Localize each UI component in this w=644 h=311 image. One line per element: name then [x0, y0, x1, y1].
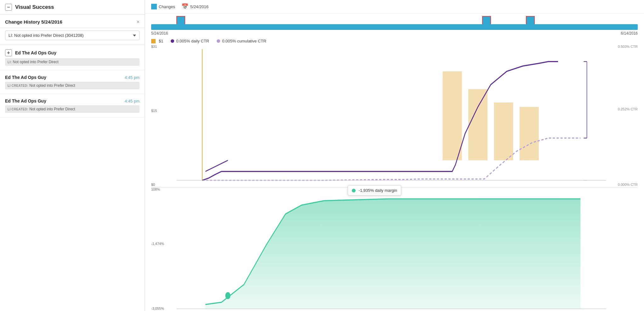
close-button[interactable]: × — [137, 19, 140, 25]
margin-chart: 108% -1,474% -3,055% — [151, 187, 638, 311]
item-user: Ed The Ad Ops Guy — [5, 98, 46, 103]
daily-ctr-label: 0.005% daily CTR — [176, 39, 209, 43]
margin-y-1474: -1,474% — [151, 242, 164, 246]
item-user: Ed The Ad Ops Guy — [5, 75, 46, 80]
item-time: 4:45 pm — [125, 75, 140, 80]
chart-area: $1 0.005% daily CTR 0.005% cumulative CT… — [145, 36, 644, 311]
action-text: Not opted into Prefer Direct — [29, 107, 75, 111]
label-key: LI: — [8, 60, 12, 64]
label-key: LI CREATED: — [8, 108, 28, 111]
item-action: LI: Not opted into Prefer Direct — [5, 58, 140, 66]
label-key: LI CREATED: — [8, 84, 28, 87]
right-panel: Changes 📅 5/24/2016 5/24/2016 6/14/2016 — [145, 0, 644, 311]
change-marker[interactable] — [526, 16, 535, 25]
svg-rect-1 — [468, 89, 487, 160]
margin-svg — [164, 187, 613, 311]
y-label-31: $31 — [151, 45, 157, 48]
list-item: Ed The Ad Ops Guy 4:45 pm LI CREATED: No… — [0, 94, 145, 118]
y-label-15: $15 — [151, 109, 157, 113]
action-text: Not opted into Prefer Direct — [13, 60, 58, 64]
cumulative-ctr-legend: 0.005% cumulative CTR — [217, 39, 266, 43]
dollar-color-box — [151, 39, 156, 43]
date-legend: 📅 5/24/2016 — [181, 3, 208, 10]
margin-y-3055: -3,055% — [151, 307, 164, 310]
svg-rect-0 — [443, 71, 462, 160]
timeline-end: 6/14/2016 — [621, 31, 638, 36]
item-action: LI CREATED: Not opted into Prefer Direct — [5, 105, 140, 113]
date-label: 5/24/2016 — [190, 4, 208, 9]
left-panel: − Visual Success Change History 5/24/201… — [0, 0, 145, 311]
y-right-000: 0.000% CTR — [618, 183, 638, 186]
item-user: Ed The Ad Ops Guy — [15, 50, 56, 55]
item-action: LI CREATED: Not opted into Prefer Direct — [5, 82, 140, 89]
collapse-button[interactable]: − — [5, 4, 12, 11]
change-marker[interactable] — [176, 16, 185, 25]
timeline-section: 5/24/2016 6/14/2016 — [145, 14, 644, 36]
y-label-0: $0 — [151, 183, 155, 186]
y-right-252: 0.252% CTR — [618, 107, 638, 111]
item-time: 4:45 pm — [125, 99, 140, 103]
li-dropdown[interactable]: LI: Not opted into Prefer Direct (304120… — [5, 31, 140, 40]
dollar-legend: $1 — [151, 39, 163, 43]
dropdown-row: LI: Not opted into Prefer Direct (304120… — [0, 28, 145, 45]
ctr-svg — [164, 45, 613, 187]
change-history-title: Change History 5/24/2016 — [5, 19, 62, 25]
calendar-icon: 📅 — [181, 3, 188, 10]
svg-rect-2 — [494, 103, 513, 160]
history-list: + Ed The Ad Ops Guy LI: Not opted into P… — [0, 45, 145, 311]
changes-legend: Changes — [151, 4, 175, 9]
changes-label: Changes — [159, 4, 175, 9]
margin-y-108: 108% — [151, 187, 160, 191]
change-history-header: Change History 5/24/2016 × — [0, 15, 145, 28]
list-item: + Ed The Ad Ops Guy LI: Not opted into P… — [0, 45, 145, 70]
timeline-start: 5/24/2016 — [151, 31, 168, 36]
daily-ctr-legend: 0.005% daily CTR — [171, 39, 209, 43]
daily-ctr-dot — [171, 39, 174, 43]
add-button[interactable]: + — [5, 49, 12, 56]
timeline-dates: 5/24/2016 6/14/2016 — [151, 31, 638, 36]
changes-color-box — [151, 4, 157, 9]
y-right-503: 0.503% CTR — [618, 45, 638, 48]
cumulative-ctr-dot — [217, 39, 220, 43]
ctr-chart: $31 $15 $0 0.503% CTR 0.252% CTR 0.000% … — [151, 45, 638, 187]
svg-point-11 — [225, 292, 230, 299]
action-text: Not opted into Prefer Direct — [29, 83, 75, 88]
svg-rect-3 — [520, 107, 539, 160]
change-marker[interactable] — [482, 16, 491, 25]
svg-line-5 — [205, 160, 228, 171]
ctr-legend-row: $1 0.005% daily CTR 0.005% cumulative CT… — [151, 36, 638, 45]
app-title: Visual Success — [15, 4, 54, 10]
title-bar: − Visual Success — [0, 0, 145, 15]
timeline-bar — [151, 24, 638, 30]
cumulative-ctr-label: 0.005% cumulative CTR — [222, 39, 266, 43]
list-item: Ed The Ad Ops Guy 4:45 pm LI CREATED: No… — [0, 70, 145, 94]
chart-top-bar: Changes 📅 5/24/2016 — [145, 0, 644, 14]
dollar-label: $1 — [159, 39, 163, 43]
